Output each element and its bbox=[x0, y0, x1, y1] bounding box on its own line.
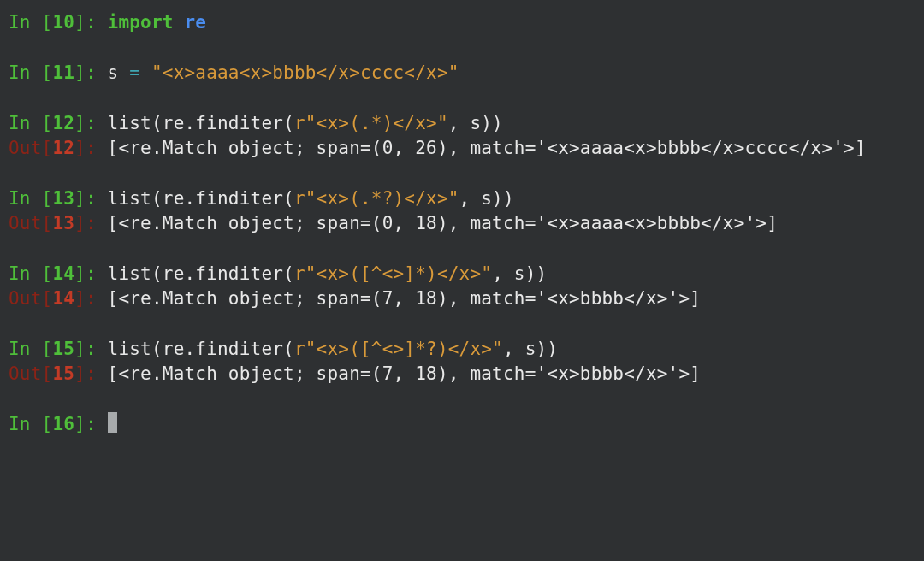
out-value: [<re.Match object; span=(7, 18), match='… bbox=[108, 363, 702, 384]
code-token[interactable]: re bbox=[185, 12, 207, 32]
code-token[interactable]: import bbox=[108, 12, 174, 32]
out-line: Out[13]: [<re.Match object; span=(0, 18)… bbox=[9, 211, 915, 236]
in-prompt-number: 11 bbox=[52, 62, 74, 83]
code-token[interactable]: = bbox=[129, 62, 140, 83]
code-token[interactable]: r"<x>(.*)</x>" bbox=[294, 113, 448, 133]
in-prompt-number: 13 bbox=[52, 188, 74, 209]
out-value: [<re.Match object; span=(0, 18), match='… bbox=[108, 213, 778, 233]
out-value: [<re.Match object; span=(7, 18), match='… bbox=[108, 288, 702, 309]
code-token[interactable]: list(re.finditer( bbox=[108, 263, 294, 284]
in-prompt-open: In [ bbox=[9, 339, 52, 359]
in-line[interactable]: In [12]: list(re.finditer(r"<x>(.*)</x>"… bbox=[9, 111, 915, 136]
in-prompt-open: In [ bbox=[9, 12, 52, 32]
in-prompt-close: ]: bbox=[74, 414, 108, 434]
out-prompt-open: Out[ bbox=[9, 213, 52, 233]
out-prompt-close: ]: bbox=[74, 138, 108, 158]
in-prompt-number: 14 bbox=[52, 263, 74, 284]
code-token[interactable]: "<x>aaaa<x>bbbb</x>cccc</x>" bbox=[151, 62, 459, 83]
code-token[interactable]: , s)) bbox=[448, 113, 503, 133]
out-value: [<re.Match object; span=(0, 26), match='… bbox=[108, 138, 866, 158]
code-token[interactable]: list(re.finditer( bbox=[108, 339, 294, 359]
in-prompt-close: ]: bbox=[74, 188, 108, 209]
in-prompt-number: 12 bbox=[52, 113, 74, 133]
out-prompt-open: Out[ bbox=[9, 363, 52, 384]
code-token[interactable]: r"<x>([^<>]*?)</x>" bbox=[294, 339, 503, 359]
out-line: Out[14]: [<re.Match object; span=(7, 18)… bbox=[9, 286, 915, 311]
in-prompt-number: 10 bbox=[52, 12, 74, 32]
in-prompt-open: In [ bbox=[9, 188, 52, 209]
in-prompt-number: 16 bbox=[52, 414, 74, 434]
out-line: Out[15]: [<re.Match object; span=(7, 18)… bbox=[9, 362, 915, 387]
in-prompt-close: ]: bbox=[74, 62, 108, 83]
code-token[interactable]: list(re.finditer( bbox=[108, 113, 294, 133]
in-prompt-open: In [ bbox=[9, 414, 52, 434]
in-prompt-close: ]: bbox=[74, 113, 108, 133]
code-token[interactable]: s bbox=[108, 62, 130, 83]
in-line[interactable]: In [16]: bbox=[9, 412, 915, 437]
ipython-terminal[interactable]: In [10]: import re In [11]: s = "<x>aaaa… bbox=[0, 0, 924, 446]
in-line[interactable]: In [10]: import re bbox=[9, 10, 915, 35]
out-prompt-open: Out[ bbox=[9, 138, 52, 158]
out-prompt-number: 15 bbox=[52, 363, 74, 384]
in-prompt-close: ]: bbox=[74, 12, 108, 32]
in-line[interactable]: In [15]: list(re.finditer(r"<x>([^<>]*?)… bbox=[9, 337, 915, 362]
code-token[interactable]: , s)) bbox=[492, 263, 547, 284]
out-prompt-number: 12 bbox=[52, 138, 74, 158]
in-prompt-close: ]: bbox=[74, 263, 108, 284]
out-prompt-number: 13 bbox=[52, 213, 74, 233]
out-prompt-close: ]: bbox=[74, 363, 108, 384]
code-token[interactable]: list(re.finditer( bbox=[108, 188, 294, 209]
in-prompt-open: In [ bbox=[9, 62, 52, 83]
in-line[interactable]: In [13]: list(re.finditer(r"<x>(.*?)</x>… bbox=[9, 186, 915, 211]
cursor bbox=[108, 412, 118, 433]
in-prompt-open: In [ bbox=[9, 113, 52, 133]
in-prompt-close: ]: bbox=[74, 339, 108, 359]
out-prompt-number: 14 bbox=[52, 288, 74, 309]
in-prompt-number: 15 bbox=[52, 339, 74, 359]
code-token[interactable]: r"<x>(.*?)</x>" bbox=[294, 188, 459, 209]
out-prompt-close: ]: bbox=[74, 213, 108, 233]
code-token[interactable]: r"<x>([^<>]*)</x>" bbox=[294, 263, 492, 284]
code-token[interactable] bbox=[140, 62, 151, 83]
code-token[interactable]: , s)) bbox=[459, 188, 514, 209]
out-line: Out[12]: [<re.Match object; span=(0, 26)… bbox=[9, 136, 915, 161]
in-line[interactable]: In [14]: list(re.finditer(r"<x>([^<>]*)<… bbox=[9, 262, 915, 286]
code-token[interactable] bbox=[174, 12, 185, 32]
in-prompt-open: In [ bbox=[9, 263, 52, 284]
code-token[interactable]: , s)) bbox=[503, 339, 558, 359]
out-prompt-open: Out[ bbox=[9, 288, 52, 309]
out-prompt-close: ]: bbox=[74, 288, 108, 309]
in-line[interactable]: In [11]: s = "<x>aaaa<x>bbbb</x>cccc</x>… bbox=[9, 61, 915, 86]
